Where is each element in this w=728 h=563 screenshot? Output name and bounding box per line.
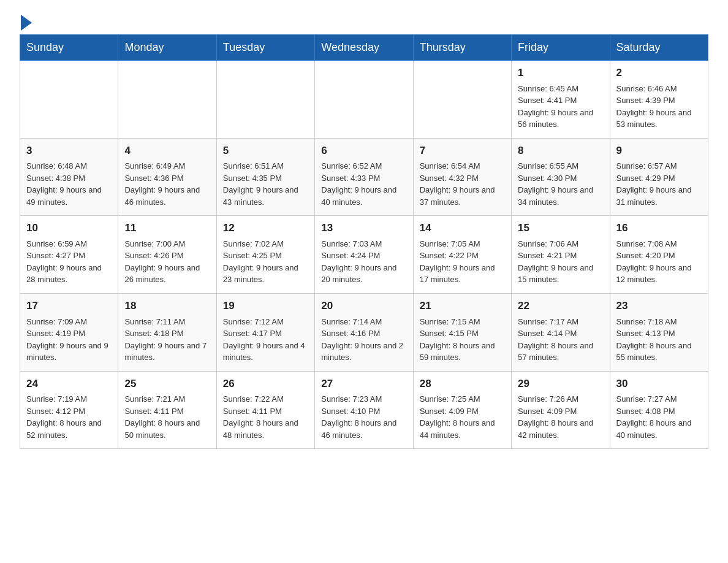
day-info: Sunrise: 7:00 AM Sunset: 4:26 PM Dayligh… bbox=[124, 238, 210, 286]
weekday-header-monday: Monday bbox=[118, 35, 216, 61]
calendar-cell: 20Sunrise: 7:14 AM Sunset: 4:16 PM Dayli… bbox=[315, 293, 413, 371]
calendar-cell: 24Sunrise: 7:19 AM Sunset: 4:12 PM Dayli… bbox=[20, 371, 118, 449]
day-info: Sunrise: 7:23 AM Sunset: 4:10 PM Dayligh… bbox=[321, 393, 406, 441]
day-info: Sunrise: 7:21 AM Sunset: 4:11 PM Dayligh… bbox=[124, 393, 210, 441]
day-info: Sunrise: 7:11 AM Sunset: 4:18 PM Dayligh… bbox=[124, 316, 210, 364]
day-info: Sunrise: 7:03 AM Sunset: 4:24 PM Dayligh… bbox=[321, 238, 406, 286]
calendar-cell: 9Sunrise: 6:57 AM Sunset: 4:29 PM Daylig… bbox=[610, 138, 708, 216]
calendar-cell bbox=[315, 61, 413, 139]
day-number: 20 bbox=[321, 299, 406, 314]
weekday-header-saturday: Saturday bbox=[610, 35, 708, 61]
calendar-cell: 28Sunrise: 7:25 AM Sunset: 4:09 PM Dayli… bbox=[413, 371, 511, 449]
day-number: 12 bbox=[223, 221, 308, 236]
day-info: Sunrise: 7:05 AM Sunset: 4:22 PM Dayligh… bbox=[420, 238, 505, 286]
day-info: Sunrise: 7:26 AM Sunset: 4:09 PM Dayligh… bbox=[518, 393, 603, 441]
day-info: Sunrise: 7:02 AM Sunset: 4:25 PM Dayligh… bbox=[223, 238, 308, 286]
weekday-header-row: SundayMondayTuesdayWednesdayThursdayFrid… bbox=[20, 35, 708, 61]
calendar-cell: 29Sunrise: 7:26 AM Sunset: 4:09 PM Dayli… bbox=[512, 371, 610, 449]
day-number: 2 bbox=[616, 66, 702, 81]
day-number: 28 bbox=[420, 377, 505, 392]
calendar-header: SundayMondayTuesdayWednesdayThursdayFrid… bbox=[20, 35, 708, 61]
day-number: 13 bbox=[321, 221, 406, 236]
day-info: Sunrise: 7:17 AM Sunset: 4:14 PM Dayligh… bbox=[518, 316, 603, 364]
calendar-cell: 17Sunrise: 7:09 AM Sunset: 4:19 PM Dayli… bbox=[20, 293, 118, 371]
calendar-cell: 23Sunrise: 7:18 AM Sunset: 4:13 PM Dayli… bbox=[610, 293, 708, 371]
calendar-cell: 30Sunrise: 7:27 AM Sunset: 4:08 PM Dayli… bbox=[610, 371, 708, 449]
day-number: 4 bbox=[124, 144, 210, 159]
calendar-cell bbox=[118, 61, 216, 139]
calendar-cell: 3Sunrise: 6:48 AM Sunset: 4:38 PM Daylig… bbox=[20, 138, 118, 216]
day-number: 24 bbox=[26, 377, 112, 392]
day-number: 10 bbox=[26, 221, 112, 236]
calendar-cell: 6Sunrise: 6:52 AM Sunset: 4:33 PM Daylig… bbox=[315, 138, 413, 216]
day-info: Sunrise: 6:45 AM Sunset: 4:41 PM Dayligh… bbox=[518, 83, 603, 131]
day-number: 21 bbox=[420, 299, 505, 314]
calendar-cell bbox=[20, 61, 118, 139]
calendar-cell bbox=[413, 61, 511, 139]
day-number: 26 bbox=[223, 377, 308, 392]
day-number: 1 bbox=[518, 66, 603, 81]
day-number: 27 bbox=[321, 377, 406, 392]
day-number: 25 bbox=[124, 377, 210, 392]
calendar-cell: 2Sunrise: 6:46 AM Sunset: 4:39 PM Daylig… bbox=[610, 61, 708, 139]
day-number: 8 bbox=[518, 144, 603, 159]
logo-arrow-icon bbox=[21, 15, 32, 31]
day-info: Sunrise: 6:54 AM Sunset: 4:32 PM Dayligh… bbox=[420, 160, 505, 208]
calendar-week-row: 1Sunrise: 6:45 AM Sunset: 4:41 PM Daylig… bbox=[20, 61, 708, 139]
calendar-week-row: 17Sunrise: 7:09 AM Sunset: 4:19 PM Dayli… bbox=[20, 293, 708, 371]
calendar-body: 1Sunrise: 6:45 AM Sunset: 4:41 PM Daylig… bbox=[20, 61, 708, 449]
weekday-header-thursday: Thursday bbox=[413, 35, 511, 61]
day-info: Sunrise: 7:09 AM Sunset: 4:19 PM Dayligh… bbox=[26, 316, 112, 364]
day-info: Sunrise: 6:55 AM Sunset: 4:30 PM Dayligh… bbox=[518, 160, 603, 208]
day-number: 30 bbox=[616, 377, 702, 392]
page-header bbox=[20, 15, 708, 28]
day-number: 23 bbox=[616, 299, 702, 314]
calendar-cell: 11Sunrise: 7:00 AM Sunset: 4:26 PM Dayli… bbox=[118, 216, 216, 294]
day-number: 9 bbox=[616, 144, 702, 159]
logo bbox=[20, 15, 32, 28]
day-info: Sunrise: 7:19 AM Sunset: 4:12 PM Dayligh… bbox=[26, 393, 112, 441]
day-info: Sunrise: 7:12 AM Sunset: 4:17 PM Dayligh… bbox=[223, 316, 308, 364]
calendar-cell: 14Sunrise: 7:05 AM Sunset: 4:22 PM Dayli… bbox=[413, 216, 511, 294]
day-info: Sunrise: 6:52 AM Sunset: 4:33 PM Dayligh… bbox=[321, 160, 406, 208]
calendar-table: SundayMondayTuesdayWednesdayThursdayFrid… bbox=[20, 34, 708, 449]
day-info: Sunrise: 7:06 AM Sunset: 4:21 PM Dayligh… bbox=[518, 238, 603, 286]
calendar-cell: 21Sunrise: 7:15 AM Sunset: 4:15 PM Dayli… bbox=[413, 293, 511, 371]
day-info: Sunrise: 7:27 AM Sunset: 4:08 PM Dayligh… bbox=[616, 393, 702, 441]
day-number: 19 bbox=[223, 299, 308, 314]
day-info: Sunrise: 7:25 AM Sunset: 4:09 PM Dayligh… bbox=[420, 393, 505, 441]
calendar-cell: 15Sunrise: 7:06 AM Sunset: 4:21 PM Dayli… bbox=[512, 216, 610, 294]
day-number: 18 bbox=[124, 299, 210, 314]
calendar-cell: 10Sunrise: 6:59 AM Sunset: 4:27 PM Dayli… bbox=[20, 216, 118, 294]
calendar-cell: 4Sunrise: 6:49 AM Sunset: 4:36 PM Daylig… bbox=[118, 138, 216, 216]
day-info: Sunrise: 7:22 AM Sunset: 4:11 PM Dayligh… bbox=[223, 393, 308, 441]
day-info: Sunrise: 6:57 AM Sunset: 4:29 PM Dayligh… bbox=[616, 160, 702, 208]
weekday-header-tuesday: Tuesday bbox=[216, 35, 314, 61]
day-number: 29 bbox=[518, 377, 603, 392]
day-number: 22 bbox=[518, 299, 603, 314]
day-number: 6 bbox=[321, 144, 406, 159]
day-number: 3 bbox=[26, 144, 112, 159]
day-number: 15 bbox=[518, 221, 603, 236]
calendar-cell bbox=[216, 61, 314, 139]
calendar-cell: 1Sunrise: 6:45 AM Sunset: 4:41 PM Daylig… bbox=[512, 61, 610, 139]
calendar-week-row: 3Sunrise: 6:48 AM Sunset: 4:38 PM Daylig… bbox=[20, 138, 708, 216]
day-info: Sunrise: 7:08 AM Sunset: 4:20 PM Dayligh… bbox=[616, 238, 702, 286]
calendar-cell: 18Sunrise: 7:11 AM Sunset: 4:18 PM Dayli… bbox=[118, 293, 216, 371]
calendar-week-row: 24Sunrise: 7:19 AM Sunset: 4:12 PM Dayli… bbox=[20, 371, 708, 449]
calendar-cell: 7Sunrise: 6:54 AM Sunset: 4:32 PM Daylig… bbox=[413, 138, 511, 216]
weekday-header-sunday: Sunday bbox=[20, 35, 118, 61]
day-number: 14 bbox=[420, 221, 505, 236]
calendar-cell: 19Sunrise: 7:12 AM Sunset: 4:17 PM Dayli… bbox=[216, 293, 314, 371]
calendar-cell: 22Sunrise: 7:17 AM Sunset: 4:14 PM Dayli… bbox=[512, 293, 610, 371]
calendar-cell: 25Sunrise: 7:21 AM Sunset: 4:11 PM Dayli… bbox=[118, 371, 216, 449]
calendar-cell: 27Sunrise: 7:23 AM Sunset: 4:10 PM Dayli… bbox=[315, 371, 413, 449]
day-number: 5 bbox=[223, 144, 308, 159]
calendar-cell: 8Sunrise: 6:55 AM Sunset: 4:30 PM Daylig… bbox=[512, 138, 610, 216]
day-info: Sunrise: 6:59 AM Sunset: 4:27 PM Dayligh… bbox=[26, 238, 112, 286]
weekday-header-wednesday: Wednesday bbox=[315, 35, 413, 61]
day-info: Sunrise: 6:46 AM Sunset: 4:39 PM Dayligh… bbox=[616, 83, 702, 131]
weekday-header-friday: Friday bbox=[512, 35, 610, 61]
day-number: 11 bbox=[124, 221, 210, 236]
day-info: Sunrise: 6:48 AM Sunset: 4:38 PM Dayligh… bbox=[26, 160, 112, 208]
